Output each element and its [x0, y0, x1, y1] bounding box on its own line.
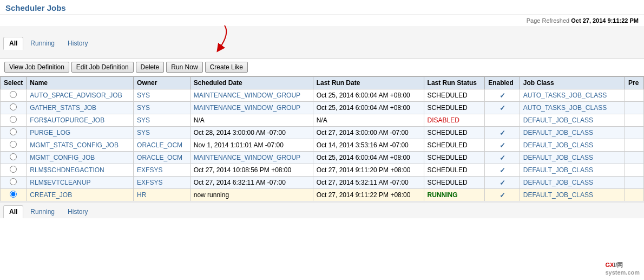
owner-link[interactable]: SYS	[137, 92, 150, 99]
scheduled-date-link[interactable]: MAINTENANCE_WINDOW_GROUP	[194, 104, 300, 112]
job-name-link[interactable]: GATHER_STATS_JOB	[30, 104, 96, 112]
row-radio[interactable]	[10, 116, 17, 123]
cell-select[interactable]	[1, 127, 27, 139]
page-refresh: Page Refreshed Oct 27, 2014 9:11:22 PM	[0, 15, 644, 26]
owner-link[interactable]: SYS	[137, 104, 150, 112]
cell-name: MGMT_CONFIG_JOB	[27, 152, 134, 164]
cell-job-class: AUTO_TASKS_JOB_CLASS	[520, 102, 625, 114]
owner-link[interactable]: HR	[137, 191, 146, 199]
job-class-link[interactable]: DEFAULT_JOB_CLASS	[523, 141, 593, 149]
cell-job-class: DEFAULT_JOB_CLASS	[520, 139, 625, 152]
owner-link[interactable]: ORACLE_OCM	[137, 141, 182, 149]
cell-last-run-status: SCHEDULED	[424, 152, 485, 164]
scheduler-jobs-table: Select Name Owner Scheduled Date Last Ru…	[0, 76, 644, 201]
cell-select[interactable]	[1, 177, 27, 189]
row-radio[interactable]	[10, 191, 17, 198]
owner-link[interactable]: EXFSYS	[137, 166, 162, 174]
cell-select[interactable]	[1, 164, 27, 177]
tab-running-top[interactable]: Running	[24, 37, 61, 50]
cell-last-run-date: N/A	[313, 114, 424, 127]
delete-button[interactable]: Delete	[136, 62, 165, 73]
job-name-link[interactable]: RLM$EVTCLEANUP	[30, 179, 90, 186]
cell-pre	[625, 127, 644, 139]
cell-last-run-status: DISABLED	[424, 114, 485, 127]
enabled-checkmark: ✓	[500, 191, 505, 199]
enabled-checkmark: ✓	[500, 179, 505, 187]
cell-owner: ORACLE_OCM	[134, 152, 190, 164]
cell-select[interactable]	[1, 102, 27, 114]
row-radio[interactable]	[10, 103, 17, 110]
row-radio[interactable]	[10, 128, 17, 135]
status-badge: SCHEDULED	[428, 166, 468, 174]
cell-select[interactable]	[1, 89, 27, 102]
cell-name: MGMT_STATS_CONFIG_JOB	[27, 139, 134, 152]
cell-pre	[625, 139, 644, 152]
tab-history-bottom[interactable]: History	[62, 205, 94, 218]
cell-last-run-date: Oct 27, 2014 5:32:11 AM -07:00	[313, 177, 424, 189]
cell-owner: SYS	[134, 114, 190, 127]
row-radio[interactable]	[10, 153, 17, 160]
job-class-link[interactable]: AUTO_TASKS_JOB_CLASS	[523, 92, 607, 99]
job-class-link[interactable]: DEFAULT_JOB_CLASS	[523, 191, 593, 199]
enabled-checkmark: ✓	[500, 154, 505, 162]
cell-name: RLM$EVTCLEANUP	[27, 177, 134, 189]
cell-owner: SYS	[134, 89, 190, 102]
tab-all-top[interactable]: All	[3, 37, 23, 50]
cell-name: RLM$SCHDNEGACTION	[27, 164, 134, 177]
scheduled-date-link[interactable]: MAINTENANCE_WINDOW_GROUP	[194, 92, 300, 99]
view-job-def-button[interactable]: View Job Definition	[4, 62, 69, 73]
tab-running-bottom[interactable]: Running	[24, 205, 61, 218]
create-like-button[interactable]: Create Like	[205, 62, 248, 73]
owner-link[interactable]: ORACLE_OCM	[137, 154, 182, 161]
cell-scheduled-date: now running	[190, 189, 313, 201]
cell-job-class: DEFAULT_JOB_CLASS	[520, 127, 625, 139]
row-radio[interactable]	[10, 141, 17, 148]
cell-scheduled-date: Oct 28, 2014 3:00:00 AM -07:00	[190, 127, 313, 139]
status-badge: SCHEDULED	[428, 179, 468, 186]
job-name-link[interactable]: FGR$AUTOPURGE_JOB	[30, 116, 104, 124]
cell-owner: HR	[134, 189, 190, 201]
cell-last-run-status: SCHEDULED	[424, 164, 485, 177]
job-class-link[interactable]: DEFAULT_JOB_CLASS	[523, 179, 593, 186]
cell-last-run-status: RUNNING	[424, 189, 485, 201]
job-class-link[interactable]: AUTO_TASKS_JOB_CLASS	[523, 104, 607, 112]
cell-select[interactable]	[1, 139, 27, 152]
enabled-checkmark: ✓	[500, 129, 505, 137]
job-name-link[interactable]: RLM$SCHDNEGACTION	[30, 166, 104, 174]
edit-job-def-button[interactable]: Edit Job Definition	[71, 62, 134, 73]
job-name-link[interactable]: AUTO_SPACE_ADVISOR_JOB	[30, 92, 122, 99]
col-header-owner: Owner	[134, 77, 190, 89]
owner-link[interactable]: SYS	[137, 116, 150, 124]
cell-scheduled-date: Oct 27, 2014 6:32:11 AM -07:00	[190, 177, 313, 189]
cell-select[interactable]	[1, 152, 27, 164]
status-badge: DISABLED	[428, 116, 459, 124]
cell-scheduled-date: N/A	[190, 114, 313, 127]
job-name-link[interactable]: CREATE_JOB	[30, 191, 72, 199]
job-name-link[interactable]: MGMT_CONFIG_JOB	[30, 154, 95, 161]
cell-name: PURGE_LOG	[27, 127, 134, 139]
cell-scheduled-date: Oct 27, 2014 10:08:56 PM +08:00	[190, 164, 313, 177]
scheduled-date-link[interactable]: MAINTENANCE_WINDOW_GROUP	[194, 154, 300, 161]
row-radio[interactable]	[10, 166, 17, 173]
arrow-annotation	[192, 23, 241, 53]
cell-select[interactable]	[1, 189, 27, 201]
col-header-name: Name	[27, 77, 134, 89]
job-class-link[interactable]: DEFAULT_JOB_CLASS	[523, 154, 593, 161]
job-class-link[interactable]: DEFAULT_JOB_CLASS	[523, 116, 593, 124]
cell-last-run-date: Oct 25, 2014 6:00:04 AM +08:00	[313, 102, 424, 114]
job-class-link[interactable]: DEFAULT_JOB_CLASS	[523, 166, 593, 174]
run-now-button[interactable]: Run Now	[166, 62, 202, 73]
tab-history-top[interactable]: History	[62, 37, 94, 50]
job-name-link[interactable]: PURGE_LOG	[30, 129, 70, 136]
job-class-link[interactable]: DEFAULT_JOB_CLASS	[523, 129, 593, 136]
cell-owner: ORACLE_OCM	[134, 139, 190, 152]
row-radio[interactable]	[10, 91, 17, 98]
table-row: PURGE_LOGSYSOct 28, 2014 3:00:00 AM -07:…	[1, 127, 644, 139]
job-name-link[interactable]: MGMT_STATS_CONFIG_JOB	[30, 141, 119, 149]
tab-all-bottom[interactable]: All	[3, 205, 23, 218]
row-radio[interactable]	[10, 178, 17, 185]
table-row: MGMT_STATS_CONFIG_JOBORACLE_OCMNov 1, 20…	[1, 139, 644, 152]
owner-link[interactable]: SYS	[137, 129, 150, 136]
owner-link[interactable]: EXFSYS	[137, 179, 162, 186]
cell-select[interactable]	[1, 114, 27, 127]
